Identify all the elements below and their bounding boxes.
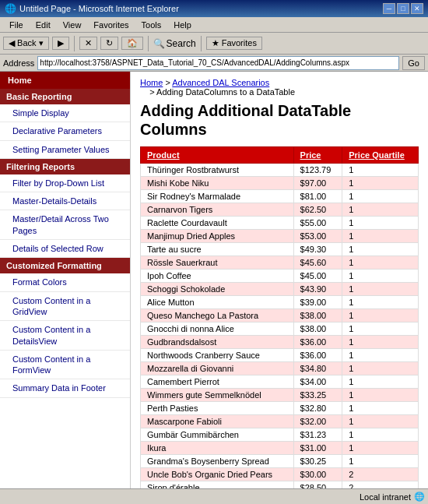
refresh-button[interactable]: ↻ <box>100 37 118 50</box>
table-cell: $32.80 <box>293 402 342 415</box>
table-cell: Wimmers gute Semmelknödel <box>141 389 294 402</box>
table-cell: Carnarvon Tigers <box>141 203 294 217</box>
table-cell: $31.23 <box>293 428 342 442</box>
sidebar: Home Basic Reporting Simple Display Decl… <box>0 72 131 504</box>
home-button[interactable]: 🏠 <box>121 37 143 50</box>
sidebar-item-selected-row[interactable]: Details of Selected Row <box>0 240 130 258</box>
table-cell: 1 <box>342 190 419 203</box>
table-row: Wimmers gute Semmelknödel$33.251 <box>141 389 419 402</box>
table-row: Rössle Sauerkraut$45.601 <box>141 256 419 270</box>
sidebar-home[interactable]: Home <box>0 72 130 89</box>
table-cell: 1 <box>342 402 419 415</box>
table-cell: 1 <box>342 442 419 455</box>
browser-icon: 🌐 <box>5 3 16 14</box>
table-cell: Grandma's Boysenberry Spread <box>141 455 294 468</box>
table-cell: 1 <box>342 217 419 230</box>
table-cell: $31.00 <box>293 442 342 455</box>
search-icon: 🔍 <box>153 38 165 49</box>
table-cell: $55.00 <box>293 217 342 230</box>
go-button[interactable]: Go <box>402 56 425 70</box>
sidebar-item-setting-parameter-values[interactable]: Setting Parameter Values <box>0 141 130 159</box>
menu-edit[interactable]: Edit <box>30 19 57 31</box>
table-cell: $36.00 <box>293 336 342 349</box>
sidebar-item-custom-content-gridview[interactable]: Custom Content in a GridView <box>0 292 130 322</box>
status-bar: Local intranet 🌐 <box>0 488 428 504</box>
table-row: Mascarpone Fabioli$32.001 <box>141 415 419 428</box>
status-icon: 🌐 <box>414 492 425 502</box>
sidebar-item-master-details[interactable]: Master-Details-Details <box>0 192 130 210</box>
menu-file[interactable]: File <box>3 19 30 31</box>
table-row: Perth Pasties$32.801 <box>141 402 419 415</box>
table-cell: Mozzarella di Giovanni <box>141 362 294 375</box>
sidebar-item-filter-dropdown[interactable]: Filter by Drop-Down List <box>0 174 130 192</box>
breadcrumb-home[interactable]: Home <box>140 78 163 87</box>
table-cell: $123.79 <box>293 164 342 177</box>
sidebar-item-format-colors[interactable]: Format Colors <box>0 273 130 291</box>
table-row: Camembert Pierrot$34.001 <box>141 375 419 389</box>
table-cell: 1 <box>342 177 419 190</box>
address-label: Address <box>3 58 34 68</box>
toolbar: ◀ Back ▾ ▶ ✕ ↻ 🏠 🔍 Search ★ Favorites <box>0 33 428 55</box>
sidebar-item-master-detail-across[interactable]: Master/Detail Across Two Pages <box>0 210 130 240</box>
address-input[interactable] <box>37 56 399 70</box>
sidebar-item-summary-data[interactable]: Summary Data in Footer <box>0 379 130 397</box>
forward-button[interactable]: ▶ <box>52 37 69 50</box>
table-cell: Rössle Sauerkraut <box>141 256 294 270</box>
minimize-button[interactable]: ─ <box>383 3 395 14</box>
table-cell: Tarte au sucre <box>141 243 294 256</box>
table-row: Uncle Bob's Organic Dried Pears$30.002 <box>141 468 419 481</box>
sidebar-item-simple-display[interactable]: Simple Display <box>0 104 130 122</box>
address-bar: Address Go <box>0 55 428 72</box>
table-row: Gudbrandsdalsost$36.001 <box>141 336 419 349</box>
table-cell: $97.00 <box>293 177 342 190</box>
table-cell: $34.00 <box>293 375 342 389</box>
table-cell: 1 <box>342 296 419 309</box>
table-cell: Sir Rodney's Marmalade <box>141 190 294 203</box>
col-header-price[interactable]: Price <box>293 147 342 164</box>
table-cell: 1 <box>342 389 419 402</box>
search-area: 🔍 Search <box>153 38 196 49</box>
search-label: Search <box>167 38 196 49</box>
table-cell: $81.00 <box>293 190 342 203</box>
maximize-button[interactable]: □ <box>397 3 409 14</box>
menu-favorites[interactable]: Favorites <box>87 19 135 31</box>
favorites-button[interactable]: ★ Favorites <box>206 37 262 50</box>
table-row: Ipoh Coffee$45.001 <box>141 270 419 283</box>
sidebar-item-declarative-parameters[interactable]: Declarative Parameters <box>0 122 130 140</box>
table-cell: Mishi Kobe Niku <box>141 177 294 190</box>
table-cell: Schoggi Schokolade <box>141 283 294 296</box>
menu-help[interactable]: Help <box>167 19 198 31</box>
table-cell: Ikura <box>141 442 294 455</box>
table-cell: $62.50 <box>293 203 342 217</box>
table-row: Northwoods Cranberry Sauce$36.001 <box>141 349 419 362</box>
table-cell: Ipoh Coffee <box>141 270 294 283</box>
menu-bar: File Edit View Favorites Tools Help <box>0 17 428 33</box>
stop-button[interactable]: ✕ <box>79 37 97 50</box>
table-row: Alice Mutton$39.001 <box>141 296 419 309</box>
back-button[interactable]: ◀ Back ▾ <box>3 37 49 50</box>
table-cell: 1 <box>342 256 419 270</box>
menu-tools[interactable]: Tools <box>135 19 168 31</box>
table-row: Manjimup Dried Apples$53.001 <box>141 230 419 243</box>
table-cell: 1 <box>342 230 419 243</box>
col-header-price-quartile[interactable]: Price Quartile <box>342 147 419 164</box>
table-cell: 1 <box>342 349 419 362</box>
sidebar-item-custom-content-formview[interactable]: Custom Content in a FormView <box>0 351 130 380</box>
col-header-product[interactable]: Product <box>141 147 294 164</box>
close-button[interactable]: ✕ <box>411 3 423 14</box>
sidebar-item-custom-content-detailsview[interactable]: Custom Content in a DetailsView <box>0 321 130 351</box>
table-row: Raclette Courdavault$55.001 <box>141 217 419 230</box>
table-cell: Mascarpone Fabioli <box>141 415 294 428</box>
toolbar-separator-2 <box>148 36 149 51</box>
table-row: Queso Manchego La Pastora$38.001 <box>141 309 419 322</box>
breadcrumb-section[interactable]: Advanced DAL Scenarios <box>172 78 269 87</box>
menu-view[interactable]: View <box>57 19 88 31</box>
table-cell: Gudbrandsdalsost <box>141 336 294 349</box>
title-bar-controls: ─ □ ✕ <box>383 3 423 14</box>
sidebar-section-basic-reporting: Basic Reporting <box>0 89 130 104</box>
table-cell: $38.00 <box>293 322 342 336</box>
table-cell: 1 <box>342 283 419 296</box>
table-cell: Queso Manchego La Pastora <box>141 309 294 322</box>
table-row: Thüringer Rostbratwurst$123.791 <box>141 164 419 177</box>
table-cell: $32.00 <box>293 415 342 428</box>
